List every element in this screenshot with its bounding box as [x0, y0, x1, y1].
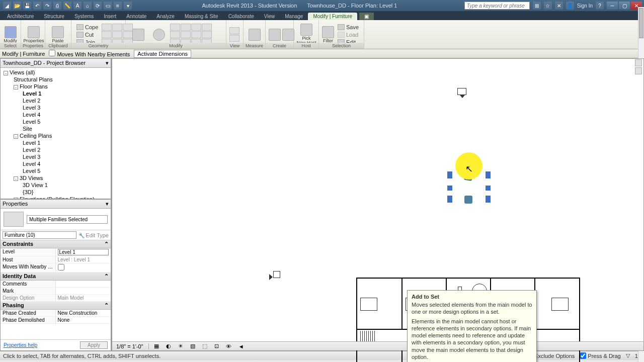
tree-item[interactable]: Level 2	[2, 146, 110, 153]
print-icon[interactable]: ⎙	[53, 2, 61, 10]
sun-path-icon[interactable]: ☀	[176, 343, 185, 350]
pick-new-host-button[interactable]: Pick New Host	[297, 24, 316, 46]
paste-button[interactable]: Paste	[48, 24, 67, 46]
search-input[interactable]	[464, 2, 530, 10]
geom-btn-2[interactable]	[112, 24, 122, 31]
modify-tool-button[interactable]: Modify	[3, 24, 18, 46]
selected-chair[interactable]	[486, 171, 491, 178]
edit-type-button[interactable]: 🔧 Edit Type	[78, 232, 109, 238]
minimize-button[interactable]: ─	[607, 2, 618, 10]
tab-massing[interactable]: Massing & Site	[180, 13, 223, 20]
tab-systems[interactable]: Systems	[69, 13, 99, 20]
prop-phase-created-value[interactable]: New Construction	[56, 310, 111, 316]
selected-chair[interactable]	[486, 186, 491, 191]
tree-item[interactable]: Structural Plans	[2, 76, 110, 83]
save-selection-button[interactable]: Save	[336, 24, 361, 31]
hide-isolate-icon[interactable]: 👁	[224, 343, 233, 350]
crop-visible-icon[interactable]: ⊡	[212, 343, 221, 350]
tab-analyze[interactable]: Analyze	[151, 13, 180, 20]
prop-mark-value[interactable]	[56, 288, 111, 294]
tree-item[interactable]: Level 1	[2, 139, 110, 146]
project-browser-close-icon[interactable]: ▾	[106, 60, 109, 66]
detail-level-icon[interactable]: ▦	[152, 343, 161, 350]
properties-help-link[interactable]: Properties help	[4, 342, 37, 348]
properties-filter-dropdown[interactable]: Furniture (10)	[3, 231, 76, 239]
help-icon[interactable]: ?	[596, 2, 604, 10]
tab-architecture[interactable]: Architecture	[2, 13, 39, 20]
collapse-icon[interactable]: ⌃	[104, 273, 109, 280]
rotate-button[interactable]	[149, 24, 169, 46]
press-drag-checkbox[interactable]: Press & Drag	[580, 352, 620, 359]
view-btn-2[interactable]	[229, 35, 239, 42]
mod-btn-2[interactable]	[181, 24, 191, 31]
prop-level-value[interactable]	[58, 249, 109, 255]
collapse-icon[interactable]: ⌃	[104, 241, 109, 247]
tab-modify-furniture[interactable]: Modify | Furniture	[308, 13, 357, 20]
user-icon[interactable]: 👤	[566, 2, 574, 10]
tree-item[interactable]: Level 4	[2, 160, 110, 167]
tab-collaborate[interactable]: Collaborate	[223, 13, 259, 20]
tab-annotate[interactable]: Annotate	[121, 13, 151, 20]
measure-button[interactable]	[247, 24, 262, 46]
tree-item[interactable]: Level 3	[2, 104, 110, 111]
create-button-2[interactable]	[282, 24, 294, 46]
thin-lines-icon[interactable]: ≡	[114, 2, 122, 10]
shadows-icon[interactable]: ▧	[188, 343, 197, 350]
collapse-icon[interactable]: ⌃	[104, 302, 109, 309]
section-phasing[interactable]: Phasing	[3, 302, 24, 309]
tree-item[interactable]: -3D Views	[2, 174, 110, 182]
mod-btn-5[interactable]	[170, 31, 180, 38]
geom-btn-1[interactable]	[102, 24, 112, 31]
tree-item[interactable]: -Views (all)	[2, 69, 110, 76]
prop-moves-checkbox[interactable]	[58, 264, 64, 270]
section-constraints[interactable]: Constraints	[3, 241, 33, 247]
undo-icon[interactable]: ↶	[33, 2, 41, 10]
redo-icon[interactable]: ↷	[43, 2, 51, 10]
tree-item[interactable]: Level 1	[2, 90, 110, 97]
mod-btn-1[interactable]	[170, 24, 180, 31]
cope-button[interactable]: Cope	[74, 24, 100, 31]
sync-icon[interactable]: ⟳	[94, 2, 102, 10]
selected-sofa[interactable]	[464, 196, 472, 204]
mod-btn-8[interactable]	[202, 31, 212, 38]
open-icon[interactable]: 📂	[13, 2, 21, 10]
tree-item[interactable]: Level 4	[2, 111, 110, 118]
scale-display[interactable]: 1/8" = 1'-0"	[114, 343, 145, 350]
elevation-marker-north[interactable]	[457, 88, 466, 95]
tree-item[interactable]: -Elevations (Building Elevation)	[2, 196, 110, 199]
reveal-icon[interactable]: ◄	[236, 343, 246, 350]
moves-with-nearby-checkbox[interactable]: Moves With Nearby Elements	[49, 50, 130, 57]
geom-btn-4[interactable]	[102, 31, 112, 38]
tab-extra-icon[interactable]: ▣	[359, 13, 374, 20]
tree-item[interactable]: Site	[2, 125, 110, 132]
signin-link[interactable]: Sign In	[577, 3, 593, 9]
elevation-marker-west[interactable]	[273, 271, 280, 278]
project-browser-tree[interactable]: -Views (all)Structural Plans-Floor Plans…	[1, 68, 111, 199]
create-button-1[interactable]	[269, 24, 281, 46]
tree-item[interactable]: Level 5	[2, 167, 110, 174]
tree-item[interactable]: Level 5	[2, 118, 110, 125]
geom-btn-5[interactable]	[112, 31, 122, 38]
tree-item[interactable]: -Floor Plans	[2, 83, 110, 90]
maximize-button[interactable]: ▢	[619, 2, 630, 10]
mod-btn-4[interactable]	[202, 24, 212, 31]
move-button[interactable]	[129, 24, 148, 46]
selected-chair[interactable]	[447, 171, 452, 178]
section-icon[interactable]: ▭	[104, 2, 112, 10]
tree-item[interactable]: {3D}	[2, 189, 110, 196]
filter-icon[interactable]: ▽	[626, 352, 630, 359]
view-btn-1[interactable]	[229, 27, 239, 34]
filter-button[interactable]: Filter	[322, 24, 334, 46]
load-selection-button[interactable]: Load	[336, 31, 361, 38]
cut-button[interactable]: Cut	[74, 31, 100, 38]
tab-view[interactable]: View	[259, 13, 280, 20]
tree-item[interactable]: -Ceiling Plans	[2, 132, 110, 139]
tree-item[interactable]: Level 2	[2, 97, 110, 104]
selected-chair[interactable]	[447, 186, 452, 191]
mod-btn-7[interactable]	[191, 31, 201, 38]
favorite-icon[interactable]: ☆	[544, 2, 552, 10]
3d-icon[interactable]: ⌂	[84, 2, 92, 10]
tree-item[interactable]: Level 3	[2, 153, 110, 160]
app-menu-button[interactable]: ◢	[3, 2, 11, 10]
crop-icon[interactable]: ⬚	[200, 343, 209, 350]
